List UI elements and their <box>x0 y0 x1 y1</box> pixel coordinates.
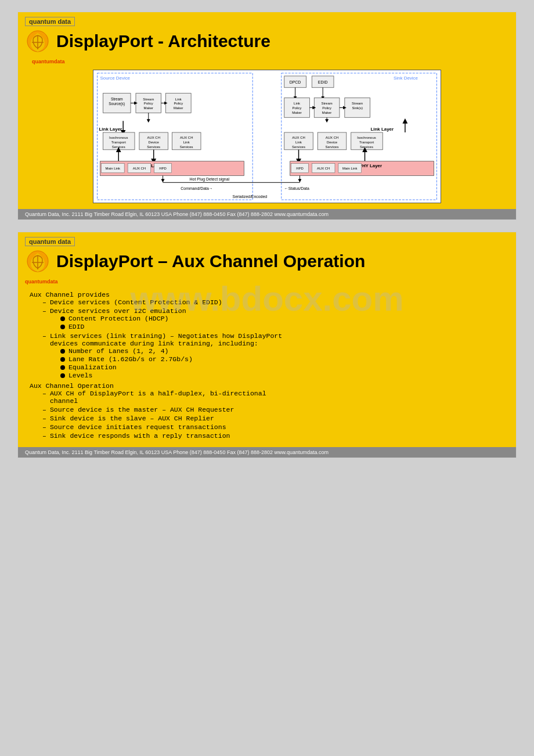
svg-text:HPD: HPD <box>159 167 167 170</box>
slide1-quantum-small: quantumdata <box>32 59 65 64</box>
arch-diagram-container: Source Device Sink Device DPCD EDID Stre… <box>27 70 507 203</box>
slide1-body: Source Device Sink Device DPCD EDID Stre… <box>18 67 516 209</box>
svg-text:Source Device: Source Device <box>100 75 131 81</box>
bullet-1-sublist: – Device services (Content Protection & … <box>42 298 504 380</box>
svg-text:Isochronous: Isochronous <box>109 136 128 139</box>
bullet-2-sub4-text: Source device initiates request transact… <box>50 423 226 431</box>
slide1-footer: Quantum Data, Inc. 2111 Big Timber Road … <box>18 209 516 219</box>
slide2-header: quantum data <box>18 232 516 249</box>
bullet-1-sub3-sub3-text: Equalization <box>68 363 117 371</box>
dash-1: – <box>42 298 46 306</box>
svg-text:AUX CH: AUX CH <box>180 136 193 139</box>
svg-text:Main Link: Main Link <box>342 167 357 170</box>
bullet-1-sub3-text: Link services (link training) – Negotiat… <box>50 332 282 340</box>
svg-text:Stream: Stream <box>143 98 154 101</box>
svg-text:Device: Device <box>327 141 338 144</box>
bullet-1: Aux Channel provides – Device services (… <box>30 291 504 380</box>
bullet-2-sub5-text: Sink device responds with a reply transa… <box>50 432 230 440</box>
slide2-title-row: DisplayPort – Aux Channel Operation <box>18 249 516 276</box>
bullet-2-sub2-text: Source device is the master – AUX CH Req… <box>50 406 234 413</box>
svg-text:Stream: Stream <box>111 97 123 101</box>
bullet-l3-marker-4 <box>60 357 65 362</box>
svg-text:Services: Services <box>112 145 125 149</box>
svg-text:Transport: Transport <box>359 141 374 144</box>
slide1-title-row: DisplayPort - Architecture <box>18 28 516 56</box>
svg-text:Device: Device <box>149 141 160 144</box>
svg-text:Maker: Maker <box>174 106 183 110</box>
bullet-2-sub5: – Sink device responds with a reply tran… <box>42 432 504 440</box>
svg-text:Link: Link <box>175 98 182 101</box>
svg-text:AUX CH: AUX CH <box>133 167 146 170</box>
slide1-header-label: quantum data <box>25 17 75 26</box>
svg-text:Policy: Policy <box>174 102 183 105</box>
slide-2: quantum data DisplayPort – Aux Channel O… <box>17 232 517 458</box>
bullet-2-sub1: – AUX CH of DisplayPort is a half-duplex… <box>42 390 504 405</box>
dash-7: – <box>42 423 46 431</box>
bullet-1-sub3: – Link services (link training) – Negoti… <box>42 332 504 380</box>
bullet-2-content: Aux Channel Operation <box>30 382 504 390</box>
bullet-l3-marker-3 <box>60 349 65 354</box>
dash-2: – <box>42 307 46 315</box>
svg-text:Stream: Stream <box>322 102 333 105</box>
bullet-l3-marker-2 <box>60 325 65 329</box>
svg-text:Policy: Policy <box>322 106 331 110</box>
svg-text:Maker: Maker <box>144 106 154 110</box>
quantum-logo-icon-2 <box>25 249 50 274</box>
bullet-1-sub2-text: Device services over I2C emulation <box>50 307 186 315</box>
slide1-footer-text: Quantum Data, Inc. 2111 Big Timber Road … <box>25 211 329 217</box>
bullet-2-sub3-text: Sink device is the slave – AUX CH Replie… <box>50 415 214 422</box>
svg-text:HPD: HPD <box>296 167 304 170</box>
slide1-title: DisplayPort - Architecture <box>56 31 270 51</box>
svg-text:Services: Services <box>147 145 160 149</box>
main-bullet-list: Aux Channel provides – Device services (… <box>30 291 504 440</box>
svg-text:Services: Services <box>360 145 373 149</box>
svg-text:Isochronous: Isochronous <box>357 136 376 139</box>
bullet-1-sub3-sub2: Lane Rate (1.62Gb/s or 2.7Gb/s) <box>60 355 282 363</box>
svg-text:Policy: Policy <box>144 102 153 105</box>
bullet-1-sub2-sub2: EDID <box>60 323 186 330</box>
svg-text:AUX CH: AUX CH <box>292 136 305 139</box>
bullet-l3-marker-5 <box>60 365 65 370</box>
bullet-1-sub3-sub2-text: Lane Rate (1.62Gb/s or 2.7Gb/s) <box>68 355 193 363</box>
svg-text:Sink Device: Sink Device <box>394 75 418 81</box>
bullet-2: Aux Channel Operation – AUX CH of Displa… <box>30 382 504 440</box>
slide2-title: DisplayPort – Aux Channel Operation <box>56 251 365 271</box>
bullet-2-sub1-content: AUX CH of DisplayPort is a half-duplex, … <box>50 390 266 405</box>
bullet-1-sub2-sub1: Content Protection (HDCP) <box>60 315 186 322</box>
bullet-1-sub2-content: Device services over I2C emulation Conte… <box>50 307 186 331</box>
bullet-2-text: Aux Channel Operation <box>30 382 114 390</box>
bullet-2-sub2: – Source device is the master – AUX CH R… <box>42 406 504 413</box>
bullet-2-sub3: – Sink device is the slave – AUX CH Repl… <box>42 415 504 422</box>
svg-text:Services: Services <box>292 145 305 149</box>
bullet-2-sub1-text: AUX CH of DisplayPort is a half-duplex, … <box>50 390 266 397</box>
arch-diagram-svg: Source Device Sink Device DPCD EDID Stre… <box>93 70 441 203</box>
svg-text:AUX CH: AUX CH <box>317 167 330 170</box>
svg-text:Source(s): Source(s) <box>109 102 125 106</box>
bullet-2-sub1b-text: channel <box>50 397 78 405</box>
bullet-1-sub3-sub1-text: Number of Lanes (1, 2, 4) <box>68 347 169 355</box>
bullet-1-sub1-text: Device services (Content Protection & ED… <box>50 298 222 306</box>
svg-text:Command/Data→: Command/Data→ <box>181 186 212 190</box>
slide2-footer-text: Quantum Data, Inc. 2111 Big Timber Road … <box>25 449 329 455</box>
slide2-footer: Quantum Data, Inc. 2111 Big Timber Road … <box>18 447 516 458</box>
dash-6: – <box>42 415 46 422</box>
svg-text:AUX CH: AUX CH <box>147 136 160 139</box>
svg-text:Link Layer: Link Layer <box>99 127 122 132</box>
svg-text:Services: Services <box>326 145 339 149</box>
bullet-1-sub3-sublist: Number of Lanes (1, 2, 4) Lane Rate (1.6… <box>60 347 282 379</box>
bullet-1-sub3-content: Link services (link training) – Negotiat… <box>50 332 282 380</box>
bullet-1-sub2-sub1-text: Content Protection (HDCP) <box>68 315 169 322</box>
svg-text:EDID: EDID <box>318 80 328 84</box>
slide-1: quantum data DisplayPort - Architecture … <box>17 12 517 220</box>
svg-text:Transport: Transport <box>111 141 127 144</box>
svg-text:Sink(s): Sink(s) <box>352 106 362 110</box>
bullet-1-sub3b-text: devices communicate during link training… <box>50 340 258 347</box>
svg-text:Services: Services <box>180 145 193 149</box>
svg-text:AUX CH: AUX CH <box>326 136 338 139</box>
slide2-quantum-small: quantumdata <box>25 279 58 285</box>
bullet-2-sub4: – Source device initiates request transa… <box>42 423 504 431</box>
bullet-1-text: Aux Channel provides <box>30 291 110 298</box>
svg-text:Main Link: Main Link <box>106 167 120 170</box>
quantum-logo-icon <box>25 28 50 54</box>
bullet-1-sub2: – Device services over I2C emulation Con… <box>42 307 504 331</box>
